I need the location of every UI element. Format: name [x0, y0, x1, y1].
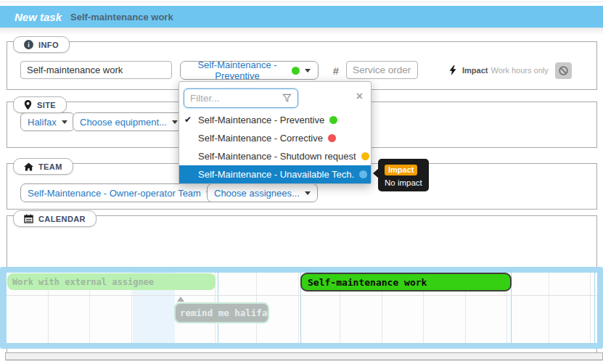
event-label: Work with external assignee	[12, 277, 154, 287]
header-shadow	[0, 28, 603, 35]
option-label: Self-Maintenance - Shutdown request	[198, 147, 356, 165]
page-header: New task Self-maintenance work	[0, 6, 603, 28]
info-tab-label: INFO	[38, 41, 59, 49]
site-section-tab: SITE	[13, 96, 67, 113]
task-type-dropdown-panel: × ✔ Self-Maintenance - Preventive Self-M…	[179, 81, 372, 184]
event-start-marker-icon	[177, 297, 184, 302]
task-type-options-list: ✔ Self-Maintenance - Preventive Self-Mai…	[179, 111, 371, 183]
event-label: remind me halifax	[180, 307, 269, 318]
task-name-input[interactable]	[20, 61, 172, 79]
impact-label: Impact	[462, 66, 488, 75]
status-color-dot	[361, 152, 369, 160]
impact-mode-label: Work hours only	[491, 66, 548, 75]
choose-equipment-label: Choose equipment...	[80, 117, 167, 128]
horizontal-scrollbar[interactable]	[5, 352, 603, 360]
event-label: Self-maintenance work	[308, 277, 427, 288]
event-self-maintenance-work[interactable]: Self-maintenance work	[300, 273, 512, 291]
impact-setting: Impact Work hours only	[449, 62, 572, 79]
calendar-tab-label: CALENDAR	[38, 215, 86, 223]
service-order-hash-label: #	[333, 65, 339, 77]
page-subtitle: Self-maintenance work	[70, 12, 173, 22]
option-unavailable-tech[interactable]: Self-Maintenance - Unavailable Tech.	[179, 165, 371, 183]
chevron-down-icon	[172, 120, 178, 124]
choose-assignees-button[interactable]: Choose assignees...	[207, 183, 318, 202]
impact-tooltip: Impact No impact	[378, 159, 429, 191]
impact-tooltip-text: No impact	[385, 178, 422, 187]
option-corrective[interactable]: Self-Maintenance - Corrective	[179, 129, 371, 147]
service-order-input[interactable]	[346, 61, 418, 79]
info-section-tab: i INFO	[13, 36, 70, 53]
team-select-button[interactable]: Self-Maintenance - Owner-operator Team	[20, 183, 219, 202]
option-label: Self-Maintenance - Unavailable Tech.	[198, 165, 354, 183]
task-type-color-dot	[292, 67, 300, 75]
impact-badge: Impact	[385, 165, 417, 175]
close-icon[interactable]: ×	[356, 91, 363, 102]
team-tab-label: TEAM	[38, 162, 62, 171]
event-work-with-external-assignee[interactable]: Work with external assignee	[7, 273, 216, 290]
option-label: Self-Maintenance - Corrective	[198, 129, 323, 147]
dropdown-filter-input[interactable]	[184, 88, 298, 108]
location-pin-icon	[24, 100, 32, 110]
no-impact-toggle-button[interactable]	[555, 62, 572, 79]
chevron-down-icon	[305, 191, 311, 195]
scheduler-row-divider	[7, 295, 597, 296]
status-color-dot	[328, 134, 336, 142]
home-icon	[24, 162, 33, 171]
new-task-page: New task Self-maintenance work i INFO Se…	[0, 0, 603, 364]
status-color-dot	[359, 170, 367, 178]
circle-slash-icon	[558, 65, 569, 76]
event-remind-me-halifax[interactable]: remind me halifax	[174, 302, 269, 323]
team-select-label: Self-Maintenance - Owner-operator Team	[28, 188, 201, 199]
scheduler-widget: Work with external assignee Self-mainten…	[0, 267, 603, 349]
info-icon: i	[24, 40, 33, 49]
calendar-icon	[24, 214, 33, 223]
check-icon: ✔	[184, 111, 192, 129]
site-select-label: Halifax	[28, 117, 57, 128]
choose-equipment-button[interactable]: Choose equipment...	[73, 112, 185, 131]
task-type-dropdown-button[interactable]: Self-Maintenance - Preventive	[180, 61, 319, 80]
page-title: New task	[15, 11, 62, 23]
tooltip-arrow-icon	[373, 168, 379, 178]
option-label: Self-Maintenance - Preventive	[198, 111, 324, 129]
choose-assignees-label: Choose assignees...	[214, 188, 300, 199]
task-type-label: Self-Maintenance - Preventive	[188, 59, 287, 81]
scheduler-grid[interactable]: Work with external assignee Self-mainten…	[7, 273, 597, 343]
option-preventive[interactable]: ✔ Self-Maintenance - Preventive	[179, 111, 371, 129]
top-divider	[0, 1, 603, 2]
chevron-down-icon	[62, 120, 67, 124]
chevron-down-icon	[305, 69, 311, 73]
team-section-tab: TEAM	[13, 158, 73, 175]
lightning-icon	[449, 65, 456, 75]
day-boundary-line	[594, 273, 595, 343]
site-tab-label: SITE	[37, 101, 56, 109]
calendar-section-tab: CALENDAR	[13, 210, 97, 227]
status-color-dot	[329, 116, 337, 124]
site-select-button[interactable]: Halifax	[20, 112, 75, 131]
option-shutdown-request[interactable]: Self-Maintenance - Shutdown request	[179, 147, 371, 165]
